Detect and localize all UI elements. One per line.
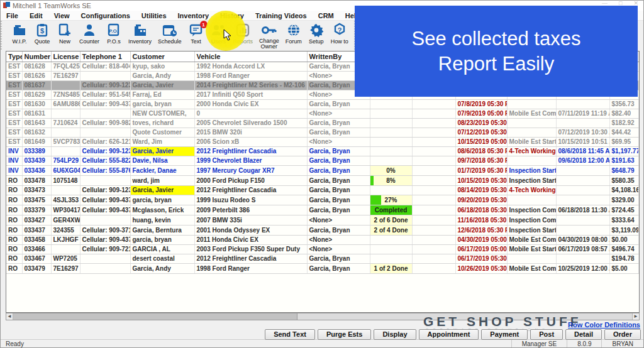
- wip-row-033479[interactable]: RO0334797E16297Garcia, Andy1998 Ford Ran…: [6, 263, 639, 273]
- status-bar: Ready Manager SE8.0.9BRYAN: [1, 339, 643, 347]
- wip-row-081632[interactable]: EST081632Quote Customer2015 BMW 320iGarc…: [6, 128, 639, 137]
- wip-row-033458[interactable]: RO033458LKJHGFCellular: 909-437-9514garc…: [6, 235, 639, 244]
- order-button[interactable]: Order: [604, 329, 641, 340]
- menu-item-history[interactable]: History: [214, 12, 250, 19]
- menu-item-view[interactable]: View: [48, 12, 75, 19]
- cell: [412, 195, 455, 205]
- cell: 1997 Mercury Cougar XR7: [194, 165, 307, 175]
- menu-item-configurations[interactable]: Configurations: [75, 12, 136, 19]
- wip-row-081630[interactable]: EST0816306AMU886Cellular: 909-437-9514ga…: [6, 99, 639, 109]
- post-button[interactable]: Post: [530, 329, 563, 340]
- scroll-left-arrow-icon[interactable]: ◄: [6, 313, 13, 320]
- cell: [412, 109, 455, 118]
- scrollbar-thumb[interactable]: [13, 313, 297, 320]
- cell: 081630: [22, 99, 51, 109]
- cell: 081643: [22, 118, 51, 128]
- toolbar-counter-button[interactable]: Counter: [76, 21, 103, 50]
- column-header-license[interactable]: License: [51, 52, 80, 62]
- wip-row-033437[interactable]: RO033437324355Cellular: 909-371-7340Garc…: [6, 225, 639, 235]
- cell: 07/12/2019 05:30 PM: [455, 128, 507, 137]
- cell: Garcia, Javier: [130, 146, 194, 156]
- send-text-button[interactable]: Send Text: [265, 329, 315, 340]
- cell: [507, 99, 556, 109]
- menu-item-training-videos[interactable]: Training Videos: [250, 12, 313, 19]
- cell: 07/9/2019 05:00 PM: [455, 109, 507, 118]
- cell: EST: [6, 109, 22, 118]
- wip-row-033379[interactable]: RO033379WP30417Cellular: 909-437-9514Mcg…: [6, 205, 639, 215]
- column-header-telephone-1[interactable]: Telephone 1: [80, 52, 130, 62]
- cell: 033437: [22, 225, 51, 235]
- cell: $5.00: [609, 263, 639, 273]
- wip-row-033439[interactable]: INV033439754LP29Cellular: 555-822-2703Da…: [6, 156, 639, 165]
- cell: Garcia, Bryan: [307, 195, 370, 205]
- wip-row-033473[interactable]: RO033473Cellular: 909-123-4567Garcia, Ja…: [6, 185, 639, 195]
- cell: 033436: [22, 165, 51, 175]
- cell: [412, 225, 455, 235]
- toolbar-p-o-s-button[interactable]: P.O.P.O.s: [103, 21, 125, 50]
- menu-item-inventory[interactable]: Inventory: [172, 12, 215, 19]
- column-header-type[interactable]: Type: [6, 52, 22, 62]
- menu-item-file[interactable]: File: [1, 12, 24, 19]
- purge-ests-button[interactable]: Purge Ests: [318, 329, 371, 340]
- toolbar-w-i-p--button[interactable]: W.I.P.: [8, 21, 31, 50]
- cell: 2006 Scion xB: [194, 137, 307, 146]
- cell: 06/18/2018 05:30 PM: [455, 205, 507, 215]
- app-logo-icon: [3, 0, 10, 11]
- menu-item-utilities[interactable]: Utilities: [136, 12, 172, 19]
- wip-row-033466[interactable]: RO033466Cellular: 909-721-9858GARCIA , A…: [6, 244, 639, 254]
- toolbar-setup-button[interactable]: Setup: [305, 21, 328, 50]
- cell: [412, 118, 455, 128]
- wip-row-081643[interactable]: EST0816437J10624Cellular: 909-982-1919to…: [6, 118, 639, 128]
- scroll-right-arrow-icon[interactable]: ►: [632, 313, 639, 320]
- appointment-button[interactable]: Appointment: [419, 329, 479, 340]
- forum-icon: [286, 22, 301, 38]
- cell: 7E16297: [51, 263, 80, 273]
- column-header-customer[interactable]: Customer: [130, 52, 194, 62]
- cell: 10/15/2019 05:30 PM: [455, 175, 507, 185]
- wip-row-081649[interactable]: EST0816495VCP783Cellular: 626-121-3333Wa…: [6, 137, 639, 146]
- payment-button[interactable]: Payment: [481, 329, 528, 340]
- cell: [412, 165, 455, 175]
- toolbar-change-owner-button[interactable]: Change Owner: [256, 21, 282, 50]
- toolbar-how-to-button[interactable]: ?How to: [328, 21, 352, 50]
- cell: [80, 215, 130, 225]
- wip-row-033467[interactable]: RO033467WP7205desert coastal2012 Freight…: [6, 254, 639, 263]
- toolbar-reports-button[interactable]: Reports: [230, 21, 257, 50]
- cell: Cellular: 909-123-4567: [80, 146, 130, 156]
- menu-item-crm[interactable]: CRM: [313, 12, 340, 19]
- menu-item-edit[interactable]: Edit: [24, 12, 48, 19]
- toolbar-new-button[interactable]: New: [53, 21, 76, 50]
- cell: $44.42: [609, 128, 639, 137]
- cell: 6AMU886: [51, 99, 80, 109]
- toolbar-text-button[interactable]: Text1: [185, 21, 208, 50]
- cell: 06/17/2019 05:00 PM: [455, 244, 507, 254]
- wip-row-033475[interactable]: RO0334754SJL353Cellular: 909-437-9514gar…: [6, 195, 639, 205]
- column-header-vehicle[interactable]: Vehicle: [194, 52, 307, 62]
- cell: ward, jim: [130, 175, 194, 185]
- cell: 10/26/2019 05:30 PM: [455, 263, 507, 273]
- cell: 1998 Ford Ranger: [194, 71, 307, 80]
- column-header-number[interactable]: Number: [22, 52, 51, 62]
- wip-row-033427[interactable]: RO033427GER4XWMhuang, kevin2007 BMW 335i…: [6, 215, 639, 225]
- detail-button[interactable]: Detail: [565, 329, 602, 340]
- toolbar-quote-button[interactable]: $Quote: [31, 21, 53, 50]
- cell: [507, 156, 556, 165]
- cell: Garcia, Bryan: [307, 156, 370, 165]
- toolbar-schedule-button[interactable]: Schedule: [155, 21, 185, 50]
- cell: [556, 165, 609, 175]
- cell: 4-Tech Working: [507, 146, 556, 156]
- toolbar-forum-button[interactable]: Forum: [282, 21, 305, 50]
- wip-row-081631[interactable]: EST081631NEW CUSTOMER,0<None>07/9/2019 0…: [6, 109, 639, 118]
- row-color-definitions-link[interactable]: Row Color Definitions: [568, 321, 640, 329]
- cell: $82.40: [609, 109, 639, 118]
- toolbar-inventory-button[interactable]: Inventory: [125, 21, 155, 50]
- wip-row-033436[interactable]: INV0334366U6XG04Cellular: 555-876-7892Fa…: [6, 165, 639, 175]
- cell: $69.95: [609, 137, 639, 146]
- cell: RO: [6, 185, 22, 195]
- cell: 08/14/2019 05:30 PM: [455, 185, 507, 195]
- wip-row-033389[interactable]: INV033389Cellular: 909-123-4567Garcia, J…: [6, 146, 639, 156]
- cell: 08/6/2018 11:45 AM (5...: [556, 146, 609, 156]
- cell: 033458: [22, 235, 51, 244]
- wip-row-033478[interactable]: RO0334781075148ward, jim2000 Ford Pickup…: [6, 175, 639, 185]
- display-button[interactable]: Display: [374, 329, 416, 340]
